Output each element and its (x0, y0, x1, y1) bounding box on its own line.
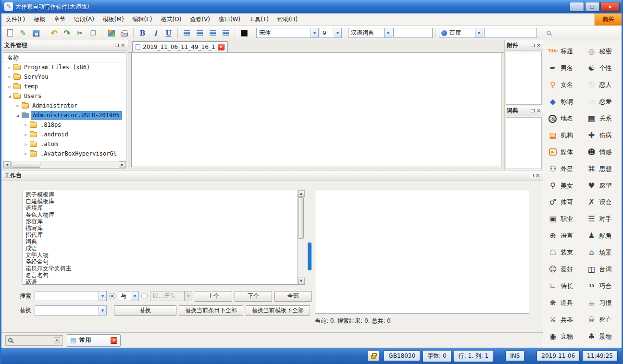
splitter-handle[interactable] (308, 243, 312, 270)
buy-button[interactable]: 购买 (594, 13, 622, 25)
bold-button[interactable]: B (137, 27, 149, 39)
horizontal-scrollbar[interactable]: ◀ ▶ (3, 161, 126, 168)
sidebar-entry[interactable]: Title 标题 (544, 43, 583, 60)
redo-button[interactable]: ↷ (61, 27, 73, 39)
sidebar-entry[interactable]: ♣ 景物 (583, 328, 622, 345)
replace-term-combo[interactable]: ▼ (35, 305, 107, 315)
library-item[interactable]: 形容库 (25, 218, 295, 225)
scroll-track[interactable] (298, 197, 305, 278)
menu-item[interactable]: 语段(A) (70, 13, 99, 25)
sidebar-entry[interactable]: ◉ 宠物 (544, 328, 583, 345)
library-item[interactable]: 自建模板库 (25, 198, 295, 205)
sidebar-entry[interactable]: ◆ 称谓 (544, 94, 583, 110)
print-button[interactable] (118, 27, 130, 39)
sidebar-entry[interactable]: ♂ 帅哥 (544, 194, 583, 211)
menu-item[interactable]: 查看(V) (186, 13, 214, 25)
menu-item[interactable]: 格式(O) (157, 13, 186, 25)
library-item[interactable]: 各色人物库 (25, 211, 295, 218)
search-term-combo[interactable]: ▼ (35, 291, 107, 301)
library-item[interactable]: 语境库 (25, 205, 295, 211)
all-button[interactable]: 全部 (274, 291, 312, 302)
edit-button[interactable]: ✎ (17, 27, 29, 39)
menu-item[interactable]: 文件(F) (1, 13, 29, 25)
maximize-button[interactable]: ❐ (585, 2, 599, 12)
menu-item[interactable]: 梗概 (29, 13, 50, 25)
chevron-down-icon[interactable]: ▼ (475, 28, 483, 37)
tree-expander-icon[interactable]: ◢ (6, 94, 13, 98)
insert-image-button[interactable] (105, 27, 117, 39)
sidebar-entry[interactable]: ◎ 秘密 (583, 43, 622, 60)
tree-expander-icon[interactable]: ◢ (14, 113, 21, 118)
minimize-button[interactable]: ─ (570, 2, 584, 12)
menu-item[interactable]: 工具(T) (245, 13, 273, 25)
tree-row[interactable]: ▷ .818ps (3, 120, 126, 130)
library-item[interactable]: 成语 (25, 245, 295, 252)
tree-row[interactable]: ◢ Users (3, 91, 126, 101)
tree-expander-icon[interactable]: ▷ (23, 123, 29, 127)
sidebar-entry[interactable]: ☖ 装束 (544, 244, 583, 261)
menu-item[interactable]: 模板(M) (99, 13, 128, 25)
float-panel-icon[interactable] (115, 44, 119, 47)
library-item[interactable]: 诺贝尔文学奖得主 (25, 265, 295, 272)
sidebar-entry[interactable]: ▶ 媒体 (544, 144, 583, 160)
undo-button[interactable]: ↶ (48, 27, 60, 39)
close-tab-icon[interactable]: ✕ (218, 44, 224, 50)
sidebar-entry[interactable]: ⚇ 外星 (544, 160, 583, 177)
scroll-thumb[interactable] (298, 197, 304, 239)
chevron-down-icon[interactable]: ▼ (99, 306, 106, 315)
sidebar-entry[interactable]: ♡♡ 恋爱 (583, 94, 622, 110)
close-tab-icon[interactable]: ✕ (111, 337, 117, 344)
paste-button[interactable]: ❐ (87, 27, 99, 39)
sidebar-entry[interactable]: ☻ 情感 (583, 144, 622, 160)
tree-row[interactable]: ◢ Administrator.USER-201905 (3, 110, 126, 120)
cut-button[interactable]: ✂ (74, 27, 86, 39)
align-left-button[interactable] (181, 27, 193, 39)
save-button[interactable] (30, 27, 42, 39)
scroll-track[interactable] (11, 161, 119, 168)
italic-button[interactable]: I (150, 27, 162, 39)
tree-row[interactable]: ▷ .android (3, 130, 126, 139)
sidebar-entry[interactable]: ✗ 误会 (583, 194, 622, 211)
scroll-left-icon[interactable]: ◀ (3, 161, 11, 168)
document-editor[interactable] (131, 53, 501, 167)
replace-template-all-button[interactable]: 替换当前模板下全部 (246, 305, 310, 316)
previous-button[interactable]: 上个 (195, 291, 232, 302)
web-search-button[interactable] (543, 27, 555, 39)
close-panel-icon[interactable]: ✕ (537, 43, 541, 48)
scroll-down-icon[interactable]: ▼ (298, 278, 305, 284)
tree-expander-icon[interactable]: ▷ (6, 65, 13, 70)
sidebar-entry[interactable]: ⌂ 场景 (583, 244, 622, 261)
tree-expander-icon[interactable]: ▷ (6, 75, 13, 79)
align-center-button[interactable] (194, 27, 206, 39)
float-panel-icon[interactable] (531, 109, 535, 112)
chevron-down-icon[interactable]: ▼ (311, 28, 318, 37)
sidebar-entry[interactable]: ♀ 美女 (544, 177, 583, 194)
sidebar-entry[interactable]: ◫ 台词 (583, 261, 622, 278)
library-item[interactable]: 圣经金句 (25, 258, 295, 265)
align-right-button[interactable] (207, 27, 219, 39)
dictionary-input[interactable] (393, 28, 433, 38)
tree-row[interactable]: ▷ .AvatarBoxHypervisorGl (3, 149, 126, 158)
font-family-combo[interactable]: 宋体 ▼ (256, 28, 319, 38)
sidebar-entry[interactable]: ⚔ 兵器 (544, 311, 583, 328)
chevron-down-icon[interactable]: ▼ (384, 28, 392, 37)
close-button[interactable]: ✕ (600, 2, 620, 12)
close-panel-icon[interactable]: ✕ (537, 109, 541, 113)
float-panel-icon[interactable] (531, 44, 535, 47)
vertical-scrollbar[interactable]: ▲ ▼ (297, 190, 305, 284)
sidebar-entry[interactable]: ☺ 爱好 (544, 261, 583, 278)
sidebar-entry[interactable]: 地 地名 (544, 110, 583, 127)
sidebar-entry[interactable]: ▤ 机构 (544, 127, 583, 144)
next-button[interactable]: 下个 (235, 291, 272, 302)
sidebar-entry[interactable]: ☠ 死亡 (583, 311, 622, 328)
and-mode-radio[interactable] (109, 293, 115, 299)
float-panel-icon[interactable] (530, 174, 534, 177)
sidebar-entry[interactable]: ⌘ 思想 (583, 160, 622, 177)
tree-expander-icon[interactable]: ▷ (23, 142, 29, 146)
starts-with-radio[interactable] (141, 293, 148, 299)
and-or-combo[interactable]: 与 ▼ (118, 291, 139, 301)
replace-button[interactable]: 替换 (114, 305, 176, 316)
tree-row[interactable]: ▷ Program Files (x86) (3, 62, 126, 72)
tree-column-header[interactable]: 名称 (3, 53, 126, 62)
replace-entry-all-button[interactable]: 替换当前条目下全部 (179, 305, 243, 316)
